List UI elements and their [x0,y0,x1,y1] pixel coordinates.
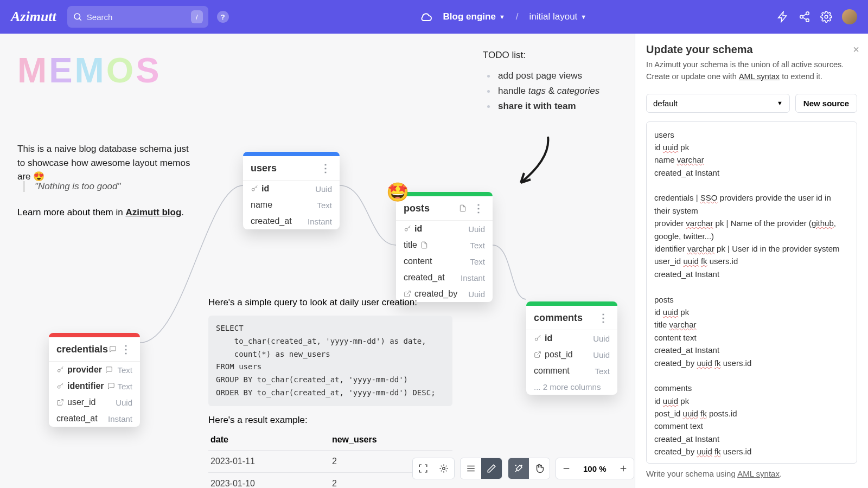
new-source-button[interactable]: New source [795,94,857,113]
column-row[interactable]: provider Text [49,362,140,378]
todo-item: share it with team [483,99,599,114]
zoom-out-button[interactable] [556,458,577,479]
breadcrumb-sep: / [516,11,519,22]
layout-selector[interactable]: initial layout▼ [529,11,587,22]
svg-point-10 [443,467,445,470]
svg-point-4 [825,15,828,18]
fullscreen-button[interactable] [413,458,433,479]
topbar: Azimutt / ? Blog engine▼ / initial layou… [0,0,868,34]
chevron-down-icon: ▼ [777,100,783,106]
search-kbd: / [191,10,203,23]
note-icon [459,204,467,212]
memos-title: MEMOS [17,50,162,91]
aml-link[interactable]: AML syntax [739,72,780,81]
share-icon[interactable] [799,11,810,23]
bolt-icon[interactable] [777,11,789,23]
todo-title: TODO list: [483,50,599,61]
column-row[interactable]: created_atInstant [396,269,493,286]
source-select[interactable]: default▼ [646,94,790,113]
gear-icon[interactable] [820,11,832,23]
svg-point-6 [405,228,407,231]
table-credentials[interactable]: credentials ⋮provider Textidentifier Tex… [49,333,140,427]
svg-point-8 [58,386,60,388]
chat-icon [109,345,117,353]
svg-point-5 [252,188,254,191]
fit-button[interactable] [433,458,454,479]
column-row[interactable]: title Text [396,237,493,253]
quote: "Nothing is too good" [23,181,121,192]
schema-textarea[interactable]: users id uuid pk name varchar created_at… [646,121,857,464]
column-row[interactable]: contentText [396,253,493,269]
blog-link[interactable]: Azimutt blog [125,207,181,217]
schema-panel: Update your schema × In Azimutt your sch… [635,34,868,488]
svg-point-9 [535,338,538,341]
star-emoji: 🤩 [386,181,409,203]
column-row[interactable]: created_atInstant [243,213,340,229]
more-columns[interactable]: ... 2 more columns [526,379,617,395]
search-input[interactable] [87,12,191,22]
right-icons [777,9,857,24]
svg-point-7 [58,369,60,372]
column-row[interactable]: idUuid [396,221,493,237]
table-users[interactable]: users⋮idUuidnameTextcreated_atInstant [243,152,340,229]
pan-button[interactable] [529,458,550,479]
column-row[interactable]: commentText [526,363,617,379]
column-row[interactable]: post_idUuid [526,346,617,363]
sql-code: SELECT to_char(created_at, 'yyyy-mm-dd')… [208,316,452,406]
zoom-in-button[interactable] [613,458,634,479]
column-row[interactable]: identifier Text [49,378,140,394]
table-menu[interactable]: ⋮ [597,311,610,324]
panel-desc: In Azimutt your schema is the union of a… [646,59,857,83]
column-row[interactable]: created_atInstant [49,410,140,427]
svg-point-3 [806,19,809,22]
table-posts[interactable]: posts ⋮idUuidtitle TextcontentTextcreate… [396,192,493,302]
canvas-toolbar: 100 % [412,458,634,479]
aml-link-footer[interactable]: AML syntax [737,469,780,478]
panel-footer: Write your schema using AML syntax. [646,469,857,478]
svg-point-1 [806,12,809,15]
learn-more: Learn more about them in Azimutt blog. [17,207,184,218]
table-menu[interactable]: ⋮ [119,343,132,355]
cloud-icon [419,10,432,23]
todo-memo: TODO list: add post page viewshandle tag… [483,50,599,114]
avatar[interactable] [842,9,857,24]
todo-item: handle tags & categories [483,84,599,99]
column-row[interactable]: nameText [243,197,340,213]
logo: Azimutt [11,9,56,25]
panel-title: Update your schema [646,43,857,56]
canvas[interactable]: MEMOS This is a naive blog database sche… [0,34,635,488]
search-icon [73,12,82,22]
svg-point-0 [74,14,80,20]
breadcrumb: Blog engine▼ / initial layout▼ [229,10,777,23]
column-row[interactable]: idUuid [243,181,340,197]
todo-item: add post page views [483,68,599,84]
edit-button[interactable] [481,458,502,479]
column-row[interactable]: user_idUuid [49,394,140,410]
search-box[interactable]: / [67,6,208,28]
intro-text: This is a naive blog database schema jus… [17,142,196,184]
table-menu[interactable]: ⋮ [319,162,332,175]
help-icon[interactable]: ? [217,11,229,23]
close-button[interactable]: × [853,43,859,56]
arrow-doodle [499,131,564,196]
table-comments[interactable]: comments⋮idUuidpost_idUuidcommentText...… [526,301,617,395]
project-selector[interactable]: Blog engine▼ [443,11,505,22]
zoom-level: 100 % [577,458,613,479]
list-button[interactable] [461,458,481,479]
magic-button[interactable] [508,458,529,479]
column-row[interactable]: idUuid [526,330,617,346]
table-menu[interactable]: ⋮ [472,202,485,214]
svg-point-2 [800,15,803,18]
